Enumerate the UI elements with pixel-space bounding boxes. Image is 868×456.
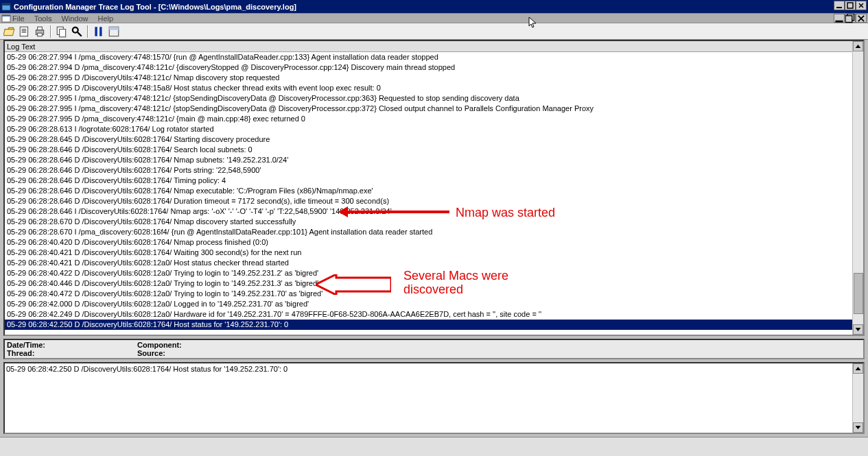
mdi-restore-button[interactable]: [845, 14, 856, 23]
log-row[interactable]: 05-29 06:28:40.421 D /DiscoveryUtils:602…: [5, 248, 863, 258]
svg-rect-6: [835, 20, 843, 22]
scrollbar-vertical[interactable]: [852, 41, 863, 335]
menu-tools[interactable]: Tools: [34, 14, 52, 23]
log-row[interactable]: 05-29 06:28:27.995 I /pma_discovery:4748…: [5, 104, 863, 114]
annotation-text-macs: Several Macs were discovered: [403, 269, 508, 296]
scroll-up-button[interactable]: [853, 363, 863, 374]
app-icon: [1, 2, 11, 12]
svg-rect-5: [2, 15, 10, 16]
log-row[interactable]: 05-29 06:28:28.670 D /DiscoveryUtils:602…: [5, 217, 863, 227]
svg-rect-11: [38, 27, 43, 30]
detail-thread-label: Thread:: [7, 349, 34, 357]
annotation-arrow-nmap: [347, 211, 449, 213]
svg-point-15: [73, 27, 78, 32]
svg-rect-3: [847, 3, 853, 8]
log-row[interactable]: 05-29 06:28:42.000 D /DiscoveryUtils:602…: [5, 299, 863, 309]
svg-rect-9: [20, 27, 27, 36]
window-title: Configuration Manager Trace Log Tool - […: [14, 3, 296, 11]
log-row[interactable]: 05-29 06:28:28.646 D /DiscoveryUtils:602…: [5, 196, 863, 206]
svg-rect-8: [845, 15, 852, 22]
detail-datetime-label: Date/Time:: [7, 341, 45, 349]
log-row[interactable]: 05-29 06:28:27.995 D /pma_discovery:4748…: [5, 114, 863, 124]
annotation-text-nmap: Nmap was started: [456, 206, 555, 220]
toolbar-sep: [50, 25, 51, 38]
status-bar: [0, 437, 868, 456]
log-row[interactable]: 05-29 06:28:28.646 D /DiscoveryUtils:602…: [5, 186, 863, 196]
svg-rect-2: [836, 7, 842, 8]
toolbar-sep: [87, 25, 89, 38]
log-row[interactable]: 05-29 06:28:27.995 D /DiscoveryUtils:474…: [5, 83, 863, 93]
mdi-close-button[interactable]: [856, 14, 867, 23]
menu-bar: File Tools Window Help: [0, 13, 868, 23]
open-log-button[interactable]: [18, 25, 32, 38]
mdi-icon: [1, 14, 11, 23]
toolbar: [0, 23, 868, 40]
single-pane-button[interactable]: [107, 25, 121, 38]
log-row[interactable]: 05-29 06:28:27.995 D /DiscoveryUtils:474…: [5, 73, 863, 83]
column-header-log-text[interactable]: Log Text: [5, 41, 863, 52]
log-row[interactable]: 05-29 06:28:40.421 D /DiscoveryUtils:602…: [5, 258, 863, 268]
log-row[interactable]: 05-29 06:28:42.249 D /DiscoveryUtils:602…: [5, 309, 863, 320]
pause-button[interactable]: [92, 25, 106, 38]
open-button[interactable]: [3, 25, 16, 38]
log-row[interactable]: 05-29 06:28:28.646 D /DiscoveryUtils:602…: [5, 155, 863, 165]
maximize-button[interactable]: [845, 1, 856, 10]
log-row[interactable]: 05-29 06:28:28.613 I /logrotate:6028:176…: [5, 124, 863, 134]
svg-rect-19: [109, 27, 119, 30]
log-row[interactable]: 05-29 06:28:27.994 D /pma_discovery:4748…: [5, 62, 863, 73]
scroll-up-button[interactable]: [853, 41, 863, 51]
titlebar: Configuration Manager Trace Log Tool - […: [0, 0, 868, 13]
log-row[interactable]: 05-29 06:28:28.670 I /pma_discovery:6028…: [5, 227, 863, 237]
log-row[interactable]: 05-29 06:28:28.646 D /DiscoveryUtils:602…: [5, 176, 863, 186]
print-button[interactable]: [33, 25, 47, 38]
log-row[interactable]: 05-29 06:28:40.420 D /DiscoveryUtils:602…: [5, 237, 863, 248]
detail-text: 05-29 06:28:42.250 D /DiscoveryUtils:602…: [6, 365, 862, 373]
minimize-button[interactable]: [834, 1, 845, 10]
log-row[interactable]: 05-29 06:28:28.646 D /DiscoveryUtils:602…: [5, 165, 863, 176]
detail-panel: 05-29 06:28:42.250 D /DiscoveryUtils:602…: [3, 362, 865, 434]
log-row[interactable]: 05-29 06:28:27.994 I /pma_discovery:4748…: [5, 52, 863, 62]
menu-window[interactable]: Window: [61, 14, 88, 23]
svg-rect-12: [38, 33, 43, 36]
svg-rect-14: [60, 29, 66, 36]
menu-help[interactable]: Help: [98, 14, 114, 23]
svg-rect-17: [99, 27, 102, 36]
details-bar: Date/Time: Component: Thread: Source:: [3, 339, 865, 359]
scroll-down-button[interactable]: [853, 324, 863, 335]
log-row[interactable]: 05-29 06:28:42.250 D /DiscoveryUtils:602…: [5, 320, 863, 330]
detail-scrollbar[interactable]: [852, 363, 863, 433]
svg-rect-1: [2, 3, 10, 5]
scroll-down-button[interactable]: [853, 422, 863, 433]
log-row[interactable]: 05-29 06:28:28.646 D /DiscoveryUtils:602…: [5, 145, 863, 155]
close-button[interactable]: [856, 1, 867, 10]
annotation-arrow-macs: [316, 274, 391, 295]
mdi-minimize-button[interactable]: [834, 14, 845, 23]
svg-rect-16: [95, 27, 97, 36]
copy-button[interactable]: [55, 25, 69, 38]
detail-source-label: Source:: [137, 349, 165, 357]
log-row[interactable]: 05-29 06:28:27.995 I /pma_discovery:4748…: [5, 93, 863, 104]
menu-file[interactable]: File: [12, 14, 25, 23]
log-row[interactable]: 05-29 06:28:28.645 D /DiscoveryUtils:602…: [5, 134, 863, 145]
find-button[interactable]: [70, 25, 84, 38]
detail-component-label: Component:: [137, 341, 182, 349]
scroll-thumb[interactable]: [854, 273, 863, 314]
